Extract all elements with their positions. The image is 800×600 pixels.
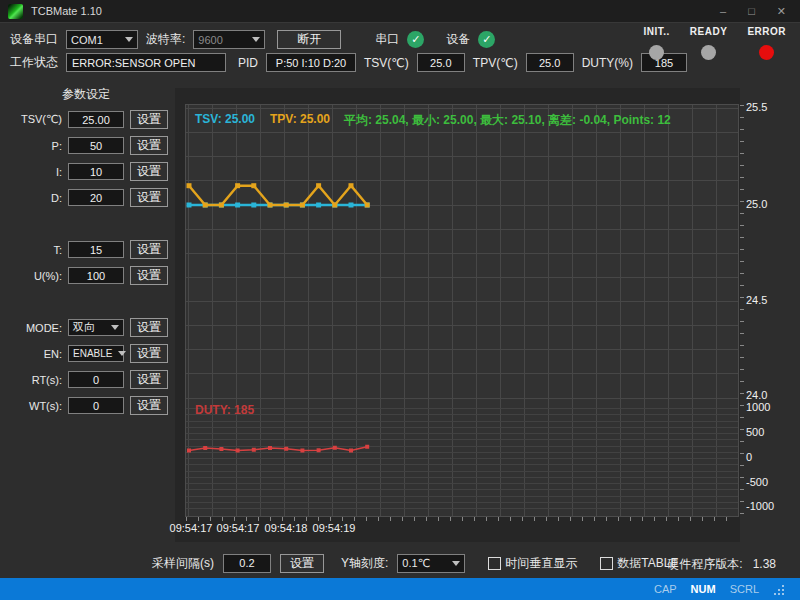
x-axis-ticks [186,517,738,521]
p-input[interactable]: 50 [68,137,124,154]
en-param-label: EN: [4,348,62,360]
en-set-button[interactable]: 设置 [130,344,168,363]
device-ok-check-icon: ✓ [478,31,495,48]
t-input[interactable]: 15 [68,241,124,258]
status-bar: CAP NUM SCRL [0,578,800,600]
baud-rate-select[interactable]: 9600 [193,30,265,49]
mode-set-button[interactable]: 设置 [130,318,168,337]
param-row-tsv: TSV(℃) 25.00 设置 [4,110,172,129]
parameter-sidebar: 参数设定 TSV(℃) 25.00 设置 P: 50 设置 I: 10 设置 D… [0,80,172,548]
p-param-label: P: [4,140,62,152]
time-vertical-checkbox[interactable] [488,557,501,570]
caps-lock-indicator: CAP [654,583,677,595]
tpv-readonly-field: 25.0 [526,53,574,72]
disconnect-button[interactable]: 断开 [277,30,341,49]
work-status-label: 工作状态 [10,54,58,71]
param-row-en: EN: ENABLE 设置 [4,344,172,363]
close-button[interactable]: ✕ [777,5,786,18]
wt-set-button[interactable]: 设置 [130,396,168,415]
com-port-value: COM1 [71,34,103,46]
tsv-input[interactable]: 25.00 [68,111,124,128]
bottom-control-bar: 采样间隔(s) 0.2 设置 Y轴刻度: 0.1℃ 时间垂直显示 数据TABLE [152,551,678,575]
indicator-ready: READY [690,26,728,60]
mode-select[interactable]: 双向 [68,319,124,336]
mode-select-value: 双向 [73,320,95,335]
tsv-set-button[interactable]: 设置 [130,110,168,129]
chevron-down-icon [111,325,119,330]
y-axis-tick-label: 25.0 [746,198,790,210]
trend-plot: TSV: 25.00 TPV: 25.00 平均: 25.04, 最小: 25.… [185,104,739,517]
x-axis-tick-label: 09:54:18 [261,522,311,534]
y-axis-tick-label: 0 [746,451,790,463]
status-indicators: INIT.. READY ERROR [644,26,786,60]
serial-status-label: 串口 [375,31,399,48]
maximize-button[interactable]: □ [748,5,755,18]
pid-field: P:50 I:10 D:20 [266,53,356,72]
tpv-readonly-label: TPV(℃) [473,56,518,70]
indicator-init-dot [649,45,664,60]
d-input[interactable]: 20 [68,189,124,206]
com-port-select[interactable]: COM1 [66,30,138,49]
en-select[interactable]: ENABLE [68,345,124,362]
p-set-button[interactable]: 设置 [130,136,168,155]
wt-param-label: WT(s): [4,400,62,412]
device-port-label: 设备串口 [10,31,58,48]
time-vertical-checkbox-row: 时间垂直显示 [488,555,577,572]
param-row-p: P: 50 设置 [4,136,172,155]
indicator-init-label: INIT.. [644,26,670,37]
tsv-plot-readout: TSV: 25.00 [195,112,255,126]
sample-interval-set-button[interactable]: 设置 [280,554,324,573]
chevron-down-icon [118,351,126,356]
y-scale-label: Y轴刻度: [341,555,388,572]
param-row-i: I: 10 设置 [4,162,172,181]
app-window: TCBMate 1.10 – □ ✕ 设备串口 COM1 波特率: 9600 断… [0,0,800,600]
resize-grip[interactable] [773,584,784,595]
sample-interval-label: 采样间隔(s) [152,555,214,572]
t-set-button[interactable]: 设置 [130,240,168,259]
app-icon [8,4,23,19]
tsv-readonly-label: TSV(℃) [364,56,409,70]
indicator-init: INIT.. [644,26,670,60]
u-input[interactable]: 100 [68,267,124,284]
sample-interval-input[interactable]: 0.2 [223,554,271,573]
param-row-t: T: 15 设置 [4,240,172,259]
wt-input[interactable]: 0 [68,397,124,414]
i-param-label: I: [4,166,62,178]
d-set-button[interactable]: 设置 [130,188,168,207]
u-set-button[interactable]: 设置 [130,266,168,285]
i-input[interactable]: 10 [68,163,124,180]
indicator-error-label: ERROR [747,26,786,37]
y-scale-select[interactable]: 0.1℃ [397,554,465,573]
tsv-readonly-field: 25.0 [417,53,465,72]
num-lock-indicator: NUM [691,583,716,595]
indicator-ready-dot [701,45,716,60]
pid-label: PID [238,56,258,70]
data-table-checkbox[interactable] [600,557,613,570]
stats-plot-readout: 平均: 25.04, 最小: 25.00, 最大: 25.10, 离差: -0.… [344,112,671,129]
y-axis-tick-label: 24.5 [746,294,790,306]
i-set-button[interactable]: 设置 [130,162,168,181]
x-axis-tick-label: 09:54:17 [166,522,216,534]
rt-set-button[interactable]: 设置 [130,370,168,389]
indicator-error-dot [759,45,774,60]
x-axis-tick-label: 09:54:19 [309,522,359,534]
baud-rate-value: 9600 [198,34,222,46]
mode-param-label: MODE: [4,322,62,334]
param-row-wt: WT(s): 0 设置 [4,396,172,415]
firmware-version: 硬件程序版本:1.38 [667,556,776,573]
indicator-ready-label: READY [690,26,728,37]
y-axis-tick-label: 25.5 [746,101,790,113]
chart-panel: TSV: 25.00 TPV: 25.00 平均: 25.04, 最小: 25.… [175,88,740,542]
window-title: TCBMate 1.10 [31,5,102,17]
minimize-button[interactable]: – [720,5,726,18]
rt-input[interactable]: 0 [68,371,124,388]
duty-readonly-label: DUTY(%) [582,56,633,70]
x-axis-tick-label: 09:54:17 [213,522,263,534]
rt-param-label: RT(s): [4,374,62,386]
chevron-down-icon [125,37,133,42]
y-axis-tick-label: 500 [746,426,790,438]
baud-rate-label: 波特率: [146,31,185,48]
indicator-error: ERROR [747,26,786,60]
param-row-rt: RT(s): 0 设置 [4,370,172,389]
y-scale-value: 0.1℃ [402,557,430,570]
